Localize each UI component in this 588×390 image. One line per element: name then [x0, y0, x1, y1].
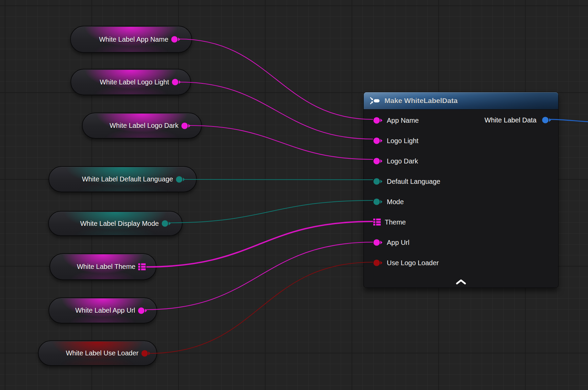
string-input-pin-icon[interactable] [373, 158, 383, 164]
enum-output-pin-icon[interactable] [162, 220, 171, 227]
bool-input-pin-icon[interactable] [373, 259, 383, 266]
wire-logo-light[interactable] [180, 82, 373, 139]
collapse-pins-button[interactable] [454, 278, 468, 286]
input-pin-label: Use Logo Loader [387, 259, 439, 267]
output-row-white-label-data[interactable]: White Label Data [364, 110, 558, 130]
input-pin-label: Logo Dark [387, 157, 418, 165]
input-pin-label: App Url [387, 239, 410, 247]
input-row-theme[interactable]: Theme [364, 212, 558, 232]
struct-grid-pin-icon[interactable] [373, 218, 381, 226]
node-get-white-label-app-name[interactable]: White Label App Name [70, 26, 192, 53]
wire-use-loader[interactable] [149, 262, 373, 353]
wire-app-name[interactable] [179, 39, 373, 119]
node-label: White Label Default Language [82, 167, 173, 192]
node-get-white-label-use-loader[interactable]: White Label Use Loader [38, 340, 157, 366]
input-pin-label: Mode [387, 198, 404, 206]
node-label: White Label Display Mode [80, 212, 159, 235]
enum-input-pin-icon[interactable] [373, 178, 383, 185]
wire-logo-dark[interactable] [189, 125, 373, 159]
node-label: White Label App Name [99, 26, 168, 52]
string-input-pin-icon[interactable] [373, 137, 383, 144]
input-row-mode[interactable]: Mode [364, 192, 558, 212]
string-input-pin-icon[interactable] [373, 239, 383, 246]
chevron-up-icon [455, 279, 467, 285]
node-title: Make WhiteLabelData [384, 97, 458, 105]
input-pin-label: Logo Light [387, 137, 418, 145]
node-label: White Label Logo Light [100, 70, 169, 95]
input-pin-label: Default Language [387, 178, 440, 186]
struct-output-pin-icon[interactable] [542, 117, 551, 123]
wire-app-url[interactable] [146, 242, 373, 310]
node-label: White Label Logo Dark [110, 113, 178, 138]
input-pin-label: Theme [385, 218, 406, 226]
blueprint-graph-canvas[interactable]: White Label App Name White Label Logo Li… [0, 0, 588, 390]
node-make-whitelabeldata[interactable]: Make WhiteLabelData App Name Logo Light … [363, 92, 559, 288]
input-row-logo-dark[interactable]: Logo Dark [364, 151, 558, 171]
node-get-white-label-theme[interactable]: White Label Theme [49, 253, 156, 280]
make-struct-icon [370, 97, 380, 104]
node-header[interactable]: Make WhiteLabelData [364, 92, 558, 110]
string-output-pin-icon[interactable] [138, 307, 147, 314]
node-get-white-label-default-language[interactable]: White Label Default Language [48, 166, 197, 192]
input-row-use-logo-loader[interactable]: Use Logo Loader [364, 253, 558, 273]
enum-input-pin-icon[interactable] [373, 198, 383, 205]
input-row-default-language[interactable]: Default Language [364, 171, 558, 192]
node-label: White Label App Url [75, 298, 135, 323]
wire-default-language[interactable] [184, 179, 373, 180]
struct-grid-pin-icon[interactable] [138, 263, 146, 271]
node-get-white-label-display-mode[interactable]: White Label Display Mode [48, 211, 183, 236]
input-row-app-url[interactable]: App Url [364, 232, 558, 253]
input-row-logo-light[interactable]: Logo Light [364, 131, 558, 151]
node-get-white-label-logo-light[interactable]: White Label Logo Light [70, 69, 191, 95]
node-label: White Label Use Loader [66, 341, 139, 365]
wire-display-mode[interactable] [169, 200, 373, 223]
node-get-white-label-app-url[interactable]: White Label App Url [48, 297, 157, 324]
node-get-white-label-logo-dark[interactable]: White Label Logo Dark [82, 113, 202, 139]
output-pin-label: White Label Data [485, 110, 537, 130]
input-pin-list: App Name Logo Light Logo Dark Default La… [364, 110, 558, 273]
node-label: White Label Theme [77, 254, 135, 279]
